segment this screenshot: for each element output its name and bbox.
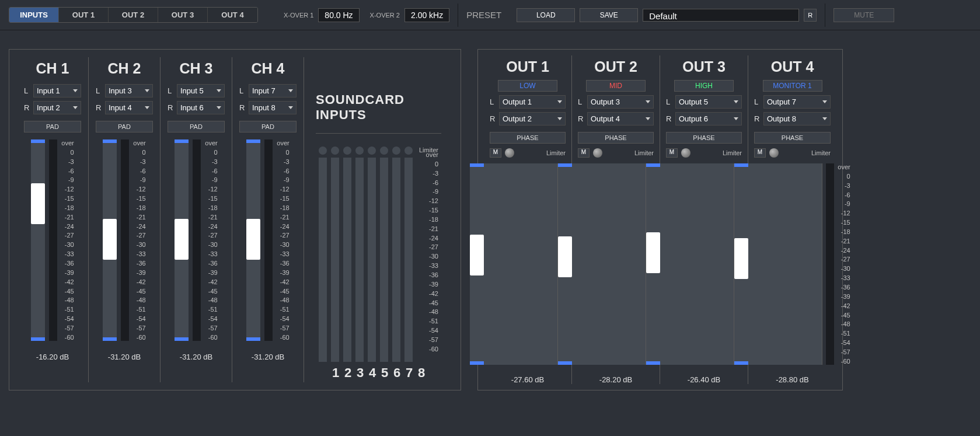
pad-button[interactable]: PAD bbox=[168, 121, 225, 132]
clip-led-icon bbox=[404, 147, 413, 155]
output-title: OUT 2 bbox=[594, 58, 637, 75]
input-l-select[interactable]: Input 5 bbox=[177, 84, 225, 97]
chevron-down-icon bbox=[734, 117, 738, 120]
input-l-select[interactable]: Input 3 bbox=[105, 84, 153, 97]
output-r-select[interactable]: Output 6 bbox=[675, 112, 742, 125]
chevron-down-icon bbox=[288, 106, 293, 109]
output-l-select[interactable]: Output 1 bbox=[499, 95, 566, 109]
preset-name[interactable]: Default bbox=[643, 9, 799, 22]
phase-button[interactable]: PHASE bbox=[578, 132, 654, 144]
limiter-knob[interactable] bbox=[593, 148, 602, 158]
chevron-down-icon bbox=[217, 106, 221, 109]
input-meter bbox=[193, 139, 201, 341]
input-fader[interactable] bbox=[246, 139, 260, 341]
chevron-down-icon bbox=[73, 89, 78, 92]
output-r-select[interactable]: Output 4 bbox=[587, 112, 654, 125]
output-l-select[interactable]: Output 3 bbox=[587, 95, 654, 109]
limiter-label: Limiter bbox=[634, 149, 654, 156]
input-readout: -31.20 dB bbox=[180, 353, 212, 361]
input-r-select[interactable]: Input 4 bbox=[105, 101, 153, 114]
phase-button[interactable]: PHASE bbox=[490, 132, 566, 144]
soundcard-title: SOUNDCARD INPUTS bbox=[316, 92, 441, 123]
output-r-select[interactable]: Output 2 bbox=[499, 112, 566, 125]
chevron-down-icon bbox=[145, 89, 149, 92]
input-r-select[interactable]: Input 8 bbox=[249, 101, 297, 114]
pad-button[interactable]: PAD bbox=[96, 121, 153, 132]
output-fader[interactable] bbox=[734, 163, 822, 365]
soundcard-meter bbox=[355, 158, 364, 362]
soundcard-meter bbox=[380, 158, 388, 362]
output-readout: -28.80 dB bbox=[776, 375, 808, 384]
mono-button[interactable]: M bbox=[666, 148, 678, 158]
xover2-label: X-OVER 2 bbox=[370, 12, 400, 19]
clip-led-icon bbox=[355, 147, 364, 155]
input-meter bbox=[121, 139, 129, 341]
band-badge: HIGH bbox=[674, 80, 734, 92]
preset-label: PRESET bbox=[466, 10, 501, 20]
mute-button[interactable]: MUTE bbox=[833, 8, 894, 22]
output-l-select[interactable]: Output 5 bbox=[675, 95, 742, 109]
chevron-down-icon bbox=[73, 106, 78, 109]
load-button[interactable]: LOAD bbox=[517, 8, 575, 22]
phase-button[interactable]: PHASE bbox=[666, 132, 742, 144]
input-fader[interactable] bbox=[175, 139, 189, 341]
output-fader[interactable] bbox=[558, 163, 646, 365]
chevron-down-icon bbox=[557, 100, 562, 103]
xover1-value[interactable]: 80.0 Hz bbox=[318, 8, 359, 22]
chevron-down-icon bbox=[288, 89, 293, 92]
clip-led-icon bbox=[368, 147, 376, 155]
pad-button[interactable]: PAD bbox=[239, 121, 297, 132]
input-fader[interactable] bbox=[103, 139, 117, 341]
input-l-select[interactable]: Input 7 bbox=[249, 84, 297, 97]
chevron-down-icon bbox=[734, 100, 738, 103]
input-meter bbox=[49, 139, 57, 341]
channel-title: CH 2 bbox=[108, 60, 141, 77]
channel-title: CH 3 bbox=[180, 60, 213, 77]
tab-inputs[interactable]: INPUTS bbox=[9, 8, 59, 22]
band-badge: MONITOR 1 bbox=[763, 80, 822, 92]
clip-led-icon bbox=[380, 147, 388, 155]
limiter-label: Limiter bbox=[811, 149, 831, 156]
tab-out2[interactable]: OUT 2 bbox=[109, 8, 158, 22]
channel-title: CH 4 bbox=[252, 60, 285, 77]
chevron-down-icon bbox=[145, 106, 149, 109]
output-fader[interactable] bbox=[470, 163, 558, 365]
output-r-select[interactable]: Output 8 bbox=[763, 112, 831, 125]
clip-led-icon bbox=[319, 147, 327, 155]
clip-led-icon bbox=[343, 147, 351, 155]
mono-button[interactable]: M bbox=[578, 148, 590, 158]
tab-out4[interactable]: OUT 4 bbox=[208, 8, 257, 22]
limiter-knob[interactable] bbox=[681, 148, 690, 158]
input-l-select[interactable]: Input 1 bbox=[33, 84, 81, 97]
soundcard-meter bbox=[343, 158, 351, 362]
output-fader[interactable] bbox=[646, 163, 734, 365]
output-l-select[interactable]: Output 7 bbox=[763, 95, 831, 109]
soundcard-meter bbox=[368, 158, 376, 362]
save-button[interactable]: SAVE bbox=[580, 8, 638, 22]
outputs-panel: OUT 1LOWLOutput 1ROutput 2PHASEMLimitero… bbox=[477, 49, 843, 390]
band-badge: MID bbox=[586, 80, 646, 92]
xover2-value[interactable]: 2.00 kHz bbox=[404, 8, 449, 22]
output-title: OUT 4 bbox=[771, 58, 814, 75]
limiter-knob[interactable] bbox=[769, 148, 779, 158]
pad-button[interactable]: PAD bbox=[24, 121, 81, 132]
input-readout: -16.20 dB bbox=[36, 353, 69, 361]
phase-button[interactable]: PHASE bbox=[754, 132, 831, 144]
input-readout: -31.20 dB bbox=[252, 353, 284, 361]
mono-button[interactable]: M bbox=[754, 148, 766, 158]
output-readout: -27.60 dB bbox=[511, 375, 544, 384]
tab-out1[interactable]: OUT 1 bbox=[59, 8, 109, 22]
inputs-panel: CH 1LInput 1RInput 2PADover0-3-6-9-12-15… bbox=[9, 49, 461, 390]
input-fader[interactable] bbox=[31, 139, 45, 341]
mono-button[interactable]: M bbox=[490, 148, 501, 158]
preset-reset-button[interactable]: R bbox=[804, 9, 817, 22]
output-readout: -26.40 dB bbox=[688, 375, 720, 384]
limiter-knob[interactable] bbox=[505, 148, 514, 158]
soundcard-meter bbox=[404, 158, 413, 362]
input-r-select[interactable]: Input 6 bbox=[177, 101, 225, 114]
tab-out3[interactable]: OUT 3 bbox=[158, 8, 208, 22]
channel-title: CH 1 bbox=[36, 60, 69, 77]
input-readout: -31.20 dB bbox=[108, 353, 141, 361]
input-r-select[interactable]: Input 2 bbox=[33, 101, 81, 114]
output-title: OUT 1 bbox=[506, 58, 549, 75]
